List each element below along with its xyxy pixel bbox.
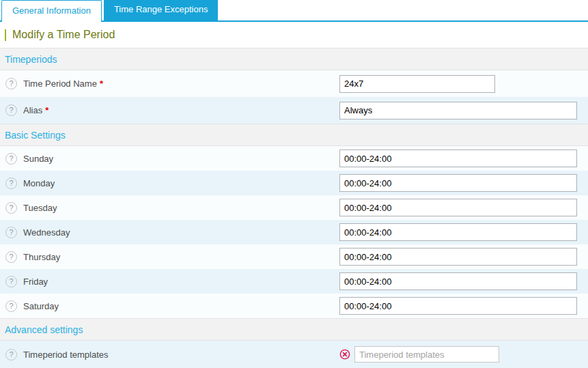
time-period-name-input[interactable] [339, 75, 495, 93]
saturday-label: Saturday [23, 301, 59, 311]
form-row-sunday: ?Sunday [0, 146, 588, 171]
thursday-label: Thursday [23, 252, 60, 262]
form-row-thursday: ?Thursday [0, 244, 588, 269]
tuesday-input-area [339, 195, 577, 220]
page-title: Modify a Time Period [0, 22, 588, 48]
thursday-input-area [339, 244, 577, 269]
monday-input[interactable] [339, 174, 577, 192]
form-row-tuesday: ?Tuesday [0, 195, 588, 220]
monday-input-area [339, 171, 577, 195]
tuesday-label: Tuesday [23, 203, 57, 213]
alias-label: Alias* [23, 105, 48, 115]
timeperiod-templates-label: Timeperiod templates [23, 350, 109, 360]
wednesday-label: Wednesday [23, 227, 70, 238]
tab-bar: General Information Time Range Exception… [0, 0, 588, 22]
form-row-alias: ?Alias* [0, 97, 588, 124]
help-icon[interactable]: ? [5, 300, 17, 312]
form-row-monday: ?Monday [0, 171, 588, 195]
help-icon[interactable]: ? [5, 227, 17, 238]
timeperiod-templates-input[interactable] [354, 346, 499, 363]
friday-input-area [339, 269, 577, 294]
required-marker: * [45, 105, 48, 115]
sunday-label: Sunday [23, 154, 53, 164]
time-period-name-label: Time Period Name* [23, 79, 103, 89]
help-icon[interactable]: ? [5, 251, 17, 263]
page-title-text: Modify a Time Period [12, 29, 115, 41]
tuesday-input[interactable] [339, 199, 577, 216]
form-row-wednesday: ?Wednesday [0, 220, 588, 244]
section-header-advanced-settings: Advanced settings [0, 318, 588, 341]
tab-time-range-exceptions[interactable]: Time Range Exceptions [104, 0, 219, 20]
monday-label: Monday [23, 178, 55, 188]
alias-input-area [339, 97, 577, 124]
help-icon[interactable]: ? [5, 178, 17, 189]
required-marker: * [100, 79, 103, 89]
friday-label: Friday [23, 277, 48, 287]
help-icon[interactable]: ? [5, 153, 17, 165]
form-row-saturday: ?Saturday [0, 294, 588, 318]
section-header-timeperiods: Timeperiods [0, 48, 588, 70]
friday-input[interactable] [339, 272, 577, 290]
wednesday-input[interactable] [339, 223, 577, 241]
time-period-name-input-area [339, 70, 495, 97]
title-accent-bar [5, 29, 6, 41]
form-row-timeperiod-templates: ?Timeperiod templates [0, 341, 588, 368]
sunday-input[interactable] [339, 150, 577, 167]
help-icon[interactable]: ? [5, 78, 17, 89]
help-icon[interactable]: ? [5, 276, 17, 287]
saturday-input[interactable] [339, 297, 577, 315]
clear-selection-icon[interactable] [339, 349, 350, 360]
tab-general-information[interactable]: General Information [1, 0, 102, 22]
wednesday-input-area [339, 220, 577, 244]
saturday-input-area [339, 294, 577, 318]
section-header-basic-settings: Basic Settings [0, 124, 588, 146]
help-icon[interactable]: ? [5, 104, 17, 116]
timeperiod-form: Timeperiods?Time Period Name*?Alias*Basi… [0, 48, 588, 368]
help-icon[interactable]: ? [5, 202, 17, 214]
sunday-input-area [339, 146, 577, 171]
alias-input[interactable] [339, 102, 577, 119]
form-row-time-period-name: ?Time Period Name* [0, 70, 588, 97]
help-icon[interactable]: ? [5, 349, 17, 360]
timeperiod-templates-input-area [339, 341, 499, 368]
thursday-input[interactable] [339, 248, 577, 266]
form-row-friday: ?Friday [0, 269, 588, 294]
